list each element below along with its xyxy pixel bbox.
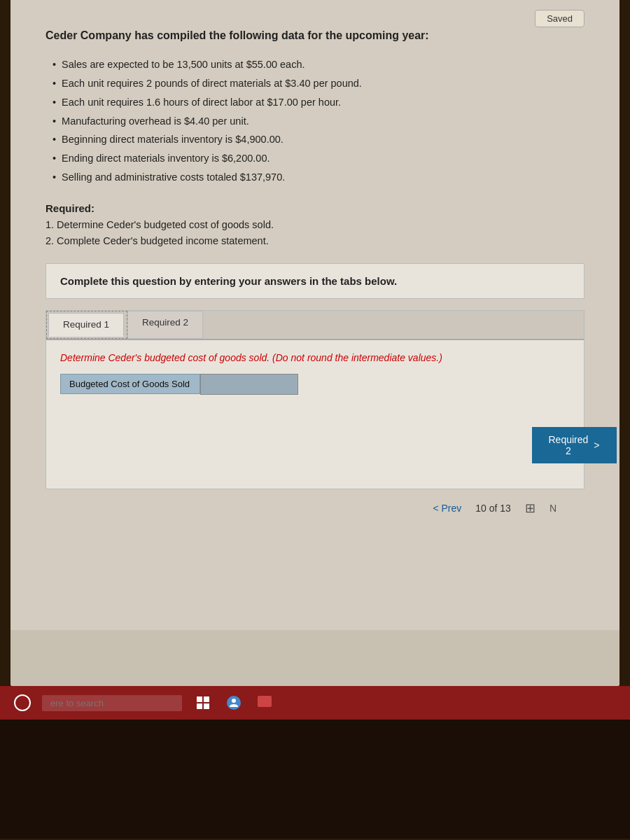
list-item: Beginning direct materials inventory is … [52,132,584,148]
bottom-dark-area [0,720,630,839]
taskbar-windows-circle[interactable] [14,694,31,711]
instruction-note: (Do not round the intermediate values.) [272,352,442,363]
instruction-text: Determine Ceder's budgeted cost of goods… [60,352,270,363]
required-item-1: 1. Determine Ceder's budgeted cost of go… [46,217,584,233]
budgeted-cost-input[interactable] [200,374,298,395]
required-section: Required: 1. Determine Ceder's budgeted … [46,202,584,249]
required2-label: Required 2 [549,434,589,456]
list-item: Each unit requires 1.6 hours of direct l… [52,95,584,111]
tab1-content: Determine Ceder's budgeted cost of goods… [46,340,584,489]
list-item: Manufacturing overhead is $4.40 per unit… [52,114,584,130]
next-indicator: N [550,503,556,514]
question-text: Complete this question by entering your … [60,275,397,287]
svg-rect-1 [204,696,209,702]
required2-button[interactable]: Required 2 > [532,427,617,463]
nav-bottom: < Prev 10 of 13 ⊞ N [46,489,584,527]
tab-required1[interactable]: Required 1 [48,313,124,337]
page-info: 10 of 13 [475,503,511,514]
svg-point-5 [232,699,236,703]
input-label: Budgeted Cost of Goods Sold [60,374,200,394]
prev-label: < Prev [433,503,461,514]
svg-rect-0 [197,696,202,702]
svg-rect-2 [197,704,202,709]
required-items: 1. Determine Ceder's budgeted cost of go… [46,217,584,249]
tab-instruction: Determine Ceder's budgeted cost of goods… [60,351,570,365]
page-of: of [489,503,500,514]
svg-rect-3 [204,704,209,709]
question-box: Complete this question by entering your … [46,263,584,299]
prev-link[interactable]: < Prev [433,503,461,514]
taskbar-search[interactable] [42,695,182,711]
grid-icon[interactable]: ⊞ [525,500,536,516]
tab-required2[interactable]: Required 2 [127,311,203,339]
saved-button[interactable]: Saved [535,10,584,27]
required-item-2: 2. Complete Ceder's budgeted income stat… [46,233,584,249]
page-total: 13 [500,503,511,514]
tabs-container: Required 1 Required 2 Determine Ceder's … [46,310,584,489]
tabs-header: Required 1 Required 2 [46,311,584,340]
required-label: Required: [46,202,584,214]
list-item: Sales are expected to be 13,500 units at… [52,57,584,73]
required2-arrow: > [594,440,599,451]
taskbar-icon-3[interactable] [255,693,274,713]
svg-rect-6 [258,696,272,707]
input-row: Budgeted Cost of Goods Sold [60,374,570,395]
list-item: Ending direct materials inventory is $6,… [52,151,584,167]
problem-title: Ceder Company has compiled the following… [46,28,584,43]
taskbar-icon-1[interactable] [193,693,213,713]
taskbar [0,686,630,720]
taskbar-icon-2[interactable] [224,693,244,713]
bullet-list: Sales are expected to be 13,500 units at… [46,57,584,185]
list-item: Each unit requires 2 pounds of direct ma… [52,76,584,92]
page-current: 10 [475,503,486,514]
list-item: Selling and administrative costs totaled… [52,170,584,186]
